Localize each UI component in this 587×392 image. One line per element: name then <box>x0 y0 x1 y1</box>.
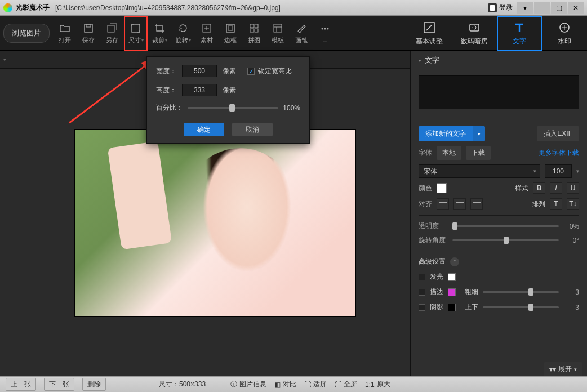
panel-title[interactable]: ▸文字 <box>419 55 579 65</box>
rotation-value: 0° <box>563 237 579 244</box>
text-panel: ▸文字 添加新的文字 ▾ 插入EXIF 字体 本地 下载 更多字体下载 宋体▾ … <box>410 51 587 382</box>
glow-color-swatch[interactable] <box>448 273 456 281</box>
arrange-h-button[interactable]: T <box>550 198 562 210</box>
cancel-button[interactable]: 取消 <box>232 123 273 136</box>
width-unit: 像素 <box>223 66 236 76</box>
tool-brush[interactable]: 画笔 <box>290 16 313 51</box>
tab-basic[interactable]: 基本调整 <box>407 16 452 51</box>
color-label: 颜色 <box>419 184 432 193</box>
shadow-color-swatch[interactable] <box>448 304 456 311</box>
glow-label: 发光 <box>430 272 443 282</box>
color-swatch[interactable] <box>437 183 447 193</box>
arrange-v-button[interactable]: T↓ <box>567 198 579 210</box>
delete-button[interactable]: 删除 <box>82 378 106 391</box>
font-label: 字体 <box>419 148 432 158</box>
svg-rect-10 <box>255 29 258 32</box>
minimize-button[interactable]: ▾ <box>517 2 533 14</box>
tab-watermark[interactable]: 水印 <box>542 16 587 51</box>
stroke-width-value: 3 <box>563 288 579 296</box>
login-button[interactable]: 登录 <box>488 3 513 12</box>
tool-saveas[interactable]: 另存 <box>100 16 124 51</box>
fit-screen-button[interactable]: ⛶适屏 <box>304 380 327 389</box>
dropdown-icon[interactable]: ▾ <box>3 57 6 63</box>
stroke-color-swatch[interactable] <box>448 288 456 296</box>
text-preview-area[interactable] <box>419 75 579 109</box>
shadow-value: 3 <box>563 304 579 311</box>
expand-button[interactable]: ▾▾展开▾ <box>544 362 582 376</box>
chevron-down-icon: ▾ <box>533 168 536 174</box>
lock-ratio-checkbox[interactable]: ✓ <box>247 68 255 75</box>
tool-crop[interactable]: 裁剪▾ <box>148 16 171 51</box>
tool-open[interactable]: 打开 <box>53 16 77 51</box>
width-input[interactable] <box>182 65 217 77</box>
opacity-value: 0% <box>563 222 579 230</box>
tool-template[interactable]: 模板 <box>266 16 290 51</box>
tool-save[interactable]: 保存 <box>77 16 100 51</box>
close-button[interactable]: ✕ <box>568 2 584 14</box>
rotation-label: 旋转角度 <box>419 235 448 245</box>
insert-exif-button[interactable]: 插入EXIF <box>537 126 579 141</box>
fullscreen-button[interactable]: ⛶全屏 <box>335 380 357 389</box>
font-tab-local[interactable]: 本地 <box>437 146 461 160</box>
app-logo-icon <box>3 3 12 12</box>
chevron-down-icon[interactable]: ▾ <box>576 168 579 174</box>
compare-button[interactable]: ◧对比 <box>274 380 296 389</box>
stroke-width-slider[interactable] <box>483 291 559 293</box>
tool-more[interactable]: ... <box>313 16 337 51</box>
stroke-checkbox[interactable] <box>419 289 425 296</box>
watermark-icon <box>558 21 571 34</box>
font-tab-download[interactable]: 下载 <box>466 146 491 160</box>
glow-checkbox[interactable] <box>419 274 425 280</box>
add-text-dropdown[interactable]: ▾ <box>473 126 485 141</box>
align-left-button[interactable] <box>437 198 449 210</box>
percent-slider[interactable] <box>188 107 278 109</box>
tab-darkroom[interactable]: 数码暗房 <box>452 16 497 51</box>
resize-dialog: 宽度： 像素 ✓ 锁定宽高比 高度： 像素 百分比： 100% 确定 取消 <box>146 56 310 144</box>
svg-rect-8 <box>255 24 258 28</box>
svg-point-12 <box>322 28 323 30</box>
advanced-header[interactable]: 高级设置˄ <box>419 257 579 266</box>
browse-button[interactable]: 浏览图片 <box>3 24 50 43</box>
opacity-slider[interactable] <box>452 225 559 227</box>
tool-collage[interactable]: 拼图 <box>242 16 266 51</box>
tool-border[interactable]: 边框 <box>219 16 242 51</box>
shadow-dir-label: 上下 <box>465 302 478 312</box>
percent-label: 百分比： <box>156 103 183 113</box>
rotation-slider[interactable] <box>452 239 559 241</box>
original-size-button[interactable]: 1:1原大 <box>365 380 390 389</box>
height-label: 高度： <box>156 86 176 95</box>
svg-rect-16 <box>470 24 479 31</box>
border-icon <box>225 23 236 34</box>
svg-point-14 <box>327 28 329 30</box>
percent-value: 100% <box>283 104 300 112</box>
maximize-button[interactable]: ▢ <box>551 2 567 14</box>
minimize2-button[interactable]: — <box>534 2 550 14</box>
align-right-button[interactable] <box>470 198 483 210</box>
height-unit: 像素 <box>223 86 236 95</box>
height-input[interactable] <box>182 84 217 96</box>
tab-text[interactable]: 文字 <box>497 16 542 51</box>
open-icon <box>59 23 70 34</box>
underline-button[interactable]: U <box>567 182 579 194</box>
more-fonts-link[interactable]: 更多字体下载 <box>539 148 579 158</box>
font-family-select[interactable]: 宋体▾ <box>419 164 540 178</box>
ok-button[interactable]: 确定 <box>184 123 224 136</box>
compare-icon: ◧ <box>274 381 281 389</box>
shadow-dir-slider[interactable] <box>483 306 559 308</box>
image-info-button[interactable]: ⓘ图片信息 <box>230 380 266 389</box>
bold-button[interactable]: B <box>533 182 545 194</box>
italic-button[interactable]: I <box>550 182 562 194</box>
image-preview[interactable] <box>74 129 356 317</box>
prev-image-button[interactable]: 上一张 <box>6 378 36 391</box>
align-center-button[interactable] <box>453 198 466 210</box>
tool-material[interactable]: 素材 <box>195 16 219 51</box>
shadow-checkbox[interactable] <box>419 304 425 311</box>
add-text-button[interactable]: 添加新的文字 <box>419 126 473 141</box>
svg-rect-3 <box>132 24 140 32</box>
next-image-button[interactable]: 下一张 <box>44 378 74 391</box>
collapse-icon: ▸ <box>419 57 421 63</box>
tool-rotate[interactable]: 旋转▾ <box>171 16 195 51</box>
tool-size[interactable]: 尺寸▾ <box>124 16 148 51</box>
svg-rect-7 <box>250 24 254 28</box>
font-size-input[interactable]: 100 <box>545 164 572 178</box>
